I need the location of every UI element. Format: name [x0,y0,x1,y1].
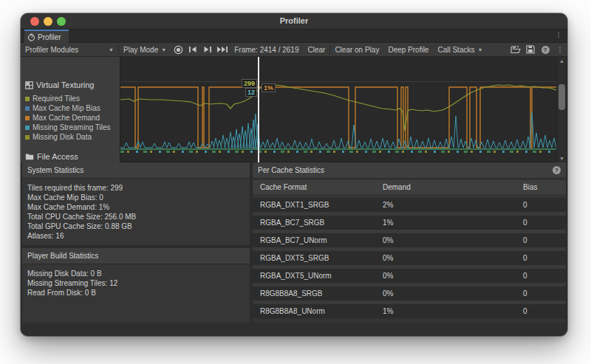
tooltip-required-tiles: 299 [242,79,257,88]
table-row[interactable]: RGBA_BC7_UNorm0%0 [253,233,566,247]
column-bias: Bias [523,183,537,191]
module-side-panel: Virtual Texturing Required TilesMax Cach… [21,57,120,151]
deep-profile-toggle[interactable]: Deep Profile [383,43,433,57]
table-row[interactable]: RGBA_DXT1_SRGB2%0 [253,198,566,212]
cell-demand: 0% [383,289,393,298]
per-cache-table: RGBA_DXT1_SRGB2%0RGBA_BC7_SRGB1%0RGBA_BC… [253,198,566,318]
table-row[interactable]: RGBA_DXT5_UNorm0%0 [253,269,566,283]
file-access-mini-chart[interactable] [120,151,555,153]
cell-cache-format: R8G8B8A8_UNorm [260,307,325,315]
stat-line: Total GPU Cache Size: 0.88 GB [27,222,245,231]
legend-swatch [25,97,30,101]
stat-line: Atlases: 16 [27,231,245,241]
stat-line: Total CPU Cache Size: 256.0 MB [27,212,245,222]
cell-bias: 0 [523,254,527,262]
legend-item[interactable]: Missing Disk Data [25,132,111,142]
tab-bar-menu-icon[interactable]: ⋮ [554,32,563,38]
table-row[interactable]: RGBA_DXT5_SRGB0%0 [253,251,566,265]
legend-label: Required Tiles [33,95,80,103]
cell-bias: 0 [523,307,527,315]
cell-cache-format: RGBA_BC7_SRGB [260,219,324,227]
next-frame-button[interactable] [200,43,215,57]
modules-scrollbar[interactable]: ▲ ▼ [556,57,566,162]
legend-item[interactable]: Max Cache Mip Bias [25,103,111,113]
stat-line: Tiles required this frame: 299 [27,183,245,193]
details-area: System Statistics Tiles required this fr… [21,162,567,323]
cell-demand: 0% [383,236,393,244]
call-stacks-dropdown[interactable]: Call Stacks ▼ [433,43,487,57]
module-file-access[interactable]: File Access [21,151,120,162]
playhead-line [258,151,259,162]
play-mode-dropdown[interactable]: Play Mode ▼ [119,43,171,57]
cell-demand: 0% [383,272,393,280]
tab-label: Profiler [38,33,61,41]
clear-button[interactable]: Clear [303,43,329,57]
legend-item[interactable]: Missing Streaming Tiles [25,123,111,132]
cell-bias: 0 [523,289,527,298]
window-title: Profiler [21,16,567,25]
legend-swatch [25,106,30,111]
window-bottom-strip [21,323,567,336]
current-frame-button[interactable] [215,43,230,57]
stat-line: Missing Disk Data: 0 B [27,269,245,278]
legend-swatch [25,126,30,130]
virtual-texturing-chart[interactable]: 299 12 1% [120,57,556,151]
record-button[interactable] [171,43,185,57]
previous-frame-button[interactable] [185,43,200,57]
cell-demand: 0% [383,254,393,262]
legend-swatch [25,116,30,120]
next-frame-icon [203,46,212,53]
folder-icon [25,153,34,160]
column-cache-format: Cache Format [260,183,307,191]
module-virtual-texturing[interactable]: Virtual Texturing [25,80,94,89]
system-statistics-header: System Statistics [22,162,250,179]
help-button[interactable]: ? [538,43,553,57]
virtual-texturing-legend: Required TilesMax Cache Mip BiasMax Cach… [25,94,111,142]
scroll-up-icon[interactable]: ▲ [557,58,567,63]
last-frame-icon [216,46,228,53]
system-statistics-body: Tiles required this frame: 299Max Cache … [22,179,250,245]
profiler-tab-icon [27,33,35,41]
per-cache-statistics-pane: Per Cache Statistics ? Cache Format Dema… [253,162,566,323]
legend-label: Missing Streaming Tiles [33,123,111,131]
legend-item[interactable]: Max Cache Demand [25,113,111,123]
scrollbar-thumb[interactable] [558,84,565,110]
load-profile-button[interactable] [508,43,523,57]
help-icon: ? [542,46,550,54]
previous-frame-icon [188,46,197,53]
chart-gridline [120,81,556,82]
clear-on-play-toggle[interactable]: Clear on Play [330,43,383,57]
cell-demand: 1% [383,307,393,315]
table-row[interactable]: R8G8B8A8_UNorm1%0 [253,304,566,318]
tab-profiler[interactable]: Profiler [24,30,69,43]
cell-bias: 0 [523,236,527,244]
cell-bias: 0 [523,272,527,280]
legend-item[interactable]: Required Tiles [25,94,111,103]
cell-bias: 0 [523,201,527,209]
cell-demand: 2% [383,201,393,209]
record-icon [174,45,183,55]
titlebar: Profiler [21,13,567,30]
table-row[interactable]: RGBA_BC7_SRGB1%0 [253,216,566,230]
legend-label: Missing Disk Data [33,133,92,141]
cell-demand: 1% [383,219,393,227]
playhead-line[interactable] [258,57,259,151]
help-icon[interactable]: ? [553,166,561,174]
toolbar-menu-icon[interactable]: ⋮ [553,43,567,57]
player-build-statistics-body: Missing Disk Data: 0 BMissing Streaming … [22,264,250,323]
profiler-modules-dropdown[interactable]: Profiler Modules ▼ [21,43,118,57]
stat-line: Read From Disk: 0 B [27,288,245,298]
save-profile-button[interactable] [523,43,538,57]
chevron-down-icon: ▼ [109,47,114,52]
scroll-down-icon[interactable]: ▼ [557,156,567,161]
frame-counter: Frame: 2414 / 2619 [230,43,303,57]
virtual-texturing-icon [25,81,33,89]
column-demand: Demand [383,183,411,191]
cell-cache-format: RGBA_DXT5_UNorm [260,272,332,280]
cell-bias: 0 [523,219,527,227]
system-statistics-pane: System Statistics Tiles required this fr… [22,162,250,323]
module-file-access-row: File Access [21,151,567,162]
legend-swatch [25,135,30,140]
cell-cache-format: RGBA_DXT1_SRGB [260,201,329,209]
table-row[interactable]: R8G8B8A8_SRGB0%0 [253,286,566,301]
